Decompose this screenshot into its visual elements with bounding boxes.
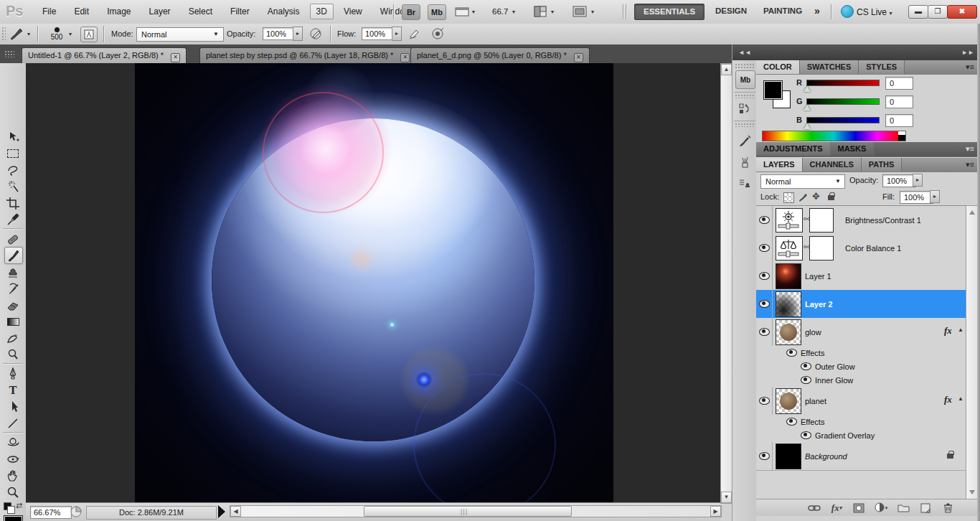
document-tab-1[interactable]: Untitled-1 @ 66.7% (Layer 2, RGB/8) * ✕ — [22, 47, 187, 63]
workspace-design-button[interactable]: DESIGN — [707, 4, 755, 19]
restore-button[interactable]: ❐ — [928, 5, 948, 19]
effects-group-row[interactable]: Effects — [756, 346, 966, 360]
brush-panel-icon[interactable] — [735, 132, 754, 149]
zoom-dropdown-arrow[interactable]: ▾ — [512, 9, 515, 15]
canvas-area[interactable] — [26, 63, 720, 502]
panel-foreground-swatch[interactable] — [763, 80, 783, 100]
tab-adjustments[interactable]: ADJUSTMENTS — [756, 142, 831, 156]
rectangular-marquee-tool[interactable] — [4, 146, 22, 161]
layer-thumbnail[interactable] — [776, 443, 801, 469]
screen-mode-icon[interactable] — [573, 6, 587, 19]
zoom-percent-field[interactable]: 66.67% — [30, 506, 72, 519]
layer-row-color-balance[interactable]: ⚯ Color Balance 1 — [756, 234, 966, 263]
layer-name[interactable]: Layer 2 — [805, 299, 833, 309]
smudge-tool[interactable] — [4, 330, 22, 346]
3d-rotate-tool[interactable] — [4, 435, 22, 451]
channel-r-handle[interactable] — [804, 86, 811, 92]
layer-name[interactable]: Layer 1 — [805, 271, 831, 281]
close-tab-icon[interactable]: ✕ — [574, 53, 583, 62]
opacity-field[interactable]: 100% — [263, 27, 296, 40]
line-tool[interactable] — [4, 416, 22, 431]
launcher-dropdown-arrow[interactable]: ▾ — [472, 9, 475, 15]
channel-r-value[interactable]: 0 — [885, 77, 913, 90]
visibility-toggle[interactable] — [756, 206, 773, 234]
add-layer-mask-icon[interactable] — [851, 502, 867, 515]
blend-mode-select[interactable]: Normal ▼ — [136, 27, 224, 42]
scroll-up-arrow[interactable]: ▲ — [721, 64, 732, 75]
link-layers-icon[interactable] — [806, 502, 822, 515]
tab-masks[interactable]: MASKS — [831, 142, 875, 156]
layers-fill-slider-button[interactable]: ▸ — [930, 190, 940, 203]
layer-row-brightness-contrast[interactable]: ⚯ Brightness/Contrast 1 — [756, 206, 966, 235]
visibility-toggle[interactable] — [756, 442, 773, 470]
channel-g-handle[interactable] — [804, 105, 811, 111]
opacity-slider-button[interactable]: ▸ — [293, 27, 303, 41]
menu-edit[interactable]: Edit — [66, 0, 97, 24]
brush-picker-dropdown-arrow[interactable]: ▾ — [69, 31, 72, 37]
effect-label[interactable]: Inner Glow — [815, 375, 853, 385]
brush-tool-preset-icon[interactable] — [9, 27, 24, 42]
lasso-tool[interactable] — [4, 162, 22, 178]
document-tab-3[interactable]: planet_6_d.png @ 50% (Layer 0, RGB/8) * … — [410, 47, 590, 63]
layer-name[interactable]: planet — [805, 396, 826, 406]
eyedropper-tool[interactable] — [4, 212, 22, 227]
effect-row-gradient-overlay[interactable]: Gradient Overlay — [756, 428, 966, 443]
tab-swatches[interactable]: SWATCHES — [800, 60, 859, 74]
swap-colors-icon[interactable]: ⇄ — [16, 501, 22, 510]
adjustment-icon-thumbnail[interactable] — [776, 208, 803, 233]
visibility-toggle[interactable] — [756, 318, 773, 346]
menu-image[interactable]: Image — [99, 0, 138, 24]
layer-mask-thumbnail[interactable] — [809, 236, 834, 260]
layer-name[interactable]: Background — [805, 451, 847, 461]
eye-icon[interactable] — [801, 431, 811, 439]
effects-label[interactable]: Effects — [801, 417, 824, 427]
lock-all-icon[interactable] — [828, 195, 834, 200]
close-tab-icon[interactable]: ✕ — [171, 53, 180, 62]
pen-tool[interactable] — [4, 366, 22, 382]
scroll-left-arrow[interactable]: ◀ — [230, 506, 241, 517]
channel-g-value[interactable]: 0 — [885, 95, 913, 108]
layers-panel-menu-icon[interactable]: ▾≡ — [966, 160, 974, 169]
tab-styles[interactable]: STYLES — [859, 60, 905, 74]
history-brush-tool[interactable] — [4, 281, 22, 296]
tool-preset-dropdown-arrow[interactable]: ▾ — [27, 31, 30, 37]
toggle-brush-panel-button[interactable] — [80, 27, 98, 42]
layer-row-glow[interactable]: glow fx ▲ — [756, 318, 966, 347]
new-layer-icon[interactable] — [918, 502, 933, 515]
screen-mode-dropdown-arrow[interactable]: ▾ — [591, 9, 594, 15]
layers-opacity-value[interactable]: 100% — [882, 174, 916, 187]
effect-label[interactable]: Outer Glow — [815, 362, 855, 372]
scroll-right-arrow[interactable]: ▶ — [710, 506, 721, 517]
dodge-tool[interactable] — [4, 347, 22, 362]
scroll-down-arrow[interactable]: ▼ — [721, 492, 732, 503]
more-workspaces-button[interactable]: » — [806, 4, 829, 19]
tablet-opacity-icon[interactable] — [308, 27, 323, 42]
close-tab-icon[interactable]: ✕ — [400, 53, 410, 62]
type-tool[interactable]: T — [4, 382, 22, 398]
doc-size-info[interactable]: Doc: 2.86M/9.21M — [86, 506, 217, 520]
cs-live-button[interactable]: CS Live ▾ — [841, 5, 892, 19]
tab-color[interactable]: COLOR — [756, 60, 800, 74]
adjustment-icon-thumbnail[interactable] — [776, 236, 803, 260]
collapse-effects-arrow[interactable]: ▲ — [958, 327, 963, 333]
menu-3d[interactable]: 3D — [310, 4, 334, 19]
layer-thumbnail[interactable] — [776, 388, 801, 414]
clone-source-panel-icon[interactable] — [735, 175, 754, 192]
channel-r-slider[interactable] — [806, 80, 880, 86]
layer-mask-thumbnail[interactable] — [809, 208, 834, 233]
path-selection-tool[interactable] — [4, 399, 22, 415]
visibility-toggle[interactable] — [756, 262, 773, 290]
tab-paths[interactable]: PATHS — [862, 158, 903, 172]
visibility-toggle[interactable] — [756, 234, 773, 262]
channel-b-value[interactable]: 0 — [885, 114, 913, 127]
workspace-painting-button[interactable]: PAINTING — [755, 4, 811, 19]
menu-filter[interactable]: Filter — [222, 0, 258, 24]
spot-healing-brush-tool[interactable] — [4, 231, 22, 247]
minimize-button[interactable]: ▬ — [908, 5, 928, 19]
visibility-toggle[interactable] — [756, 290, 773, 318]
status-expand-arrow[interactable] — [218, 505, 225, 518]
guides-launcher-icon[interactable] — [455, 6, 469, 19]
zoom-level-value[interactable]: 66.7 — [492, 7, 508, 16]
layers-fill-value[interactable]: 100% — [900, 191, 933, 204]
layers-opacity-slider-button[interactable]: ▸ — [913, 174, 923, 187]
